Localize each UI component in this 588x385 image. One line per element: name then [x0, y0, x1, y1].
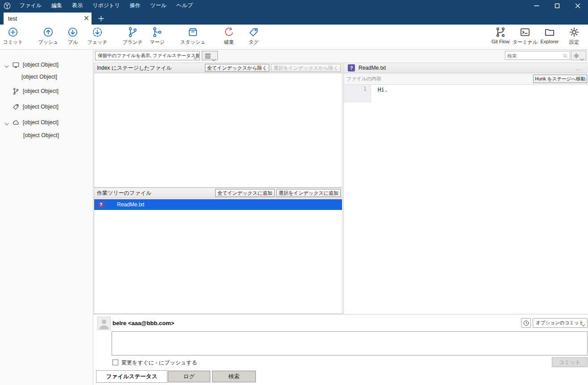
menu-edit[interactable]: 編集	[46, 0, 67, 11]
menu-bar: ファイル 編集 表示 リポジトリ 操作 ツール ヘルプ	[0, 0, 588, 11]
staged-file-list[interactable]	[94, 73, 342, 188]
pending-files-filter-dropdown[interactable]: 保留中のファイルを表示, ファイルステータス順	[95, 51, 200, 60]
stage-hunk-button[interactable]: Hunk をステージへ移動	[533, 75, 587, 83]
tab-file-status[interactable]: ファイルステータス	[96, 370, 167, 383]
commit-panel: belre <aaa@bbb.com> オプションのコミット 変更をすぐに - …	[93, 314, 588, 385]
window-controls	[526, 0, 588, 11]
untracked-status-icon: ?	[348, 64, 355, 71]
repo-tab-title: test	[8, 16, 84, 22]
gear-icon	[568, 26, 580, 38]
sidebar-item-remotes[interactable]: [object Object]	[0, 117, 93, 128]
pull-toolbar-button[interactable]: プル	[61, 26, 85, 46]
pull-label: プル	[68, 39, 78, 46]
push-toolbar-button[interactable]: プッシュ	[36, 26, 60, 46]
merge-toolbar-button[interactable]: マージ	[145, 26, 169, 46]
gitflow-toolbar-button[interactable]: Git Flow	[488, 26, 513, 46]
chevron-down-icon[interactable]	[4, 63, 10, 67]
chevron-down-icon[interactable]	[4, 121, 10, 124]
sidebar-working-copy-label: [object Object]	[21, 74, 57, 80]
folder-icon	[544, 26, 555, 38]
branch-icon	[12, 88, 20, 95]
sidebar: [object Object] [object Object] [object …	[0, 50, 93, 385]
stage-all-button[interactable]: 全てインデックスに追加	[215, 189, 275, 197]
chevron-down-icon	[581, 322, 585, 327]
sidebar-branches-label: [object Object]	[23, 88, 58, 94]
gear-icon	[573, 53, 580, 59]
file-content-title: ファイルの内容	[346, 75, 381, 82]
commit-history-button[interactable]	[521, 318, 531, 328]
search-input[interactable]	[505, 52, 561, 60]
settings-toolbar-button[interactable]: 設定	[562, 26, 586, 46]
menu-repository[interactable]: リポジトリ	[88, 0, 125, 11]
more-options-button[interactable]: ...	[575, 65, 582, 71]
maximize-button[interactable]	[547, 0, 567, 11]
main-toolbar: コミット プッシュ プル フェッチ ブランチ マージ	[0, 25, 588, 50]
push-immediately-checkbox[interactable]	[113, 360, 118, 365]
tag-icon	[248, 26, 259, 38]
tag-toolbar-button[interactable]: タグ	[242, 26, 266, 46]
sidebar-item-file-status[interactable]: [object Object]	[0, 59, 93, 70]
commit-message-input[interactable]	[112, 331, 588, 356]
tab-search[interactable]: 検索	[212, 371, 256, 382]
fetch-label: フェッチ	[87, 39, 107, 46]
gitflow-label: Git Flow	[492, 39, 509, 44]
cloud-icon	[12, 119, 20, 126]
line-number: 1	[344, 85, 371, 93]
branch-label: ブランチ	[122, 39, 142, 46]
sidebar-item-branches[interactable]: [object Object]	[0, 86, 93, 96]
fetch-toolbar-button[interactable]: フェッチ	[85, 26, 109, 46]
tab-close-icon[interactable]	[84, 16, 89, 22]
repo-tab-test[interactable]: test	[4, 13, 92, 25]
new-tab-button[interactable]	[98, 13, 104, 25]
list-view-mode-button[interactable]	[202, 51, 218, 60]
repo-tab-bar: test	[0, 11, 588, 25]
unstage-all-button[interactable]: 全てインデックスから除く	[205, 64, 270, 72]
sidebar-item-origin[interactable]: [object Object]	[0, 130, 93, 141]
file-row-readme[interactable]: ? ReadMe.txt	[94, 199, 342, 210]
sourcetree-window: ファイル 編集 表示 リポジトリ 操作 ツール ヘルプ test	[0, 0, 588, 385]
menu-help[interactable]: ヘルプ	[171, 0, 198, 11]
file-content-view[interactable]: 1 Hi.	[344, 85, 588, 314]
tag-icon	[12, 103, 20, 111]
terminal-toolbar-button[interactable]: ターミナル	[513, 26, 537, 46]
explorer-label: Explorer	[541, 39, 559, 44]
fetch-icon	[92, 26, 103, 38]
worktree-panel-header: 作業ツリーのファイル 全てインデックスに追加 選択をインデックスに追加	[94, 188, 342, 198]
sidebar-item-working-copy[interactable]: [object Object]	[0, 71, 93, 82]
settings-label: 設定	[569, 39, 579, 46]
diff-subheader: ファイルの内容 Hunk をステージへ移動	[344, 73, 588, 85]
filter-dropdown-label: 保留中のファイルを表示, ファイルステータス順	[98, 53, 200, 59]
worktree-file-list: ? ReadMe.txt	[94, 199, 342, 314]
menu-actions[interactable]: 操作	[125, 0, 146, 11]
branch-icon	[127, 26, 138, 38]
tab-log[interactable]: ログ	[168, 371, 210, 382]
close-button[interactable]	[567, 0, 588, 11]
chevron-down-icon	[212, 55, 216, 63]
stage-selected-button[interactable]: 選択をインデックスに追加	[276, 189, 341, 197]
commit-label: コミット	[3, 39, 23, 46]
sidebar-item-tags[interactable]: [object Object]	[0, 101, 93, 112]
branch-toolbar-button[interactable]: ブランチ	[121, 26, 145, 46]
explorer-toolbar-button[interactable]: Explorer	[538, 26, 562, 46]
terminal-icon	[519, 26, 531, 38]
commit-author: belre <aaa@bbb.com>	[113, 320, 174, 326]
staged-files-panel: Index にステージしたファイル 全てインデックスから除く 選択をインデックス…	[94, 63, 342, 188]
list-icon	[204, 53, 211, 59]
commit-options-dropdown[interactable]: オプションのコミット	[533, 318, 588, 328]
minimize-button[interactable]	[526, 0, 547, 11]
unstage-selected-button[interactable]: 選択をインデックスから除く	[271, 64, 341, 72]
diff-file-name: ReadMe.txt	[359, 65, 386, 71]
tag-label: タグ	[249, 39, 259, 46]
discard-toolbar-button[interactable]: 破棄	[217, 26, 241, 46]
commit-toolbar-button[interactable]: コミット	[1, 26, 25, 46]
commit-button[interactable]: コミット	[552, 357, 588, 367]
stash-label: スタッシュ	[180, 39, 205, 46]
diff-panel-header: ? ReadMe.txt ...	[344, 63, 588, 73]
push-icon	[42, 26, 54, 38]
search-options-button[interactable]	[571, 50, 586, 60]
sidebar-remotes-label: [object Object]	[23, 119, 58, 126]
menu-view[interactable]: 表示	[67, 0, 88, 11]
menu-tools[interactable]: ツール	[146, 0, 172, 11]
stash-toolbar-button[interactable]: スタッシュ	[181, 26, 205, 46]
menu-file[interactable]: ファイル	[15, 0, 46, 11]
